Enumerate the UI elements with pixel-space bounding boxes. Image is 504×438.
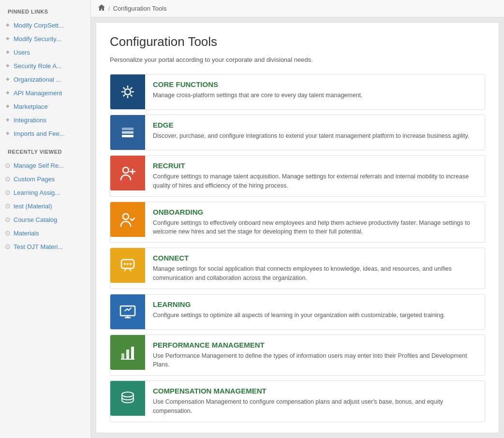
card-recruit[interactable]: RECRUIT Configure settings to manage tal…	[110, 155, 485, 197]
clock-icon: ⊙	[5, 229, 11, 237]
sidebar-pinned-item-organizational[interactable]: ✦Organizational ...	[0, 73, 90, 86]
card-body-performance-management: PERFORMANCE MANAGEMENT Use Performance M…	[145, 335, 485, 376]
sidebar-label: API Management	[14, 89, 62, 97]
card-learning[interactable]: LEARNING Configure settings to optimize …	[110, 294, 485, 330]
card-icon-layers	[118, 123, 137, 142]
card-icon-wrap-edge	[110, 115, 145, 150]
sidebar-recent-item-materials[interactable]: ⊙Materials	[0, 226, 90, 240]
page-title: Configuration Tools	[110, 34, 485, 49]
card-body-connect: CONNECT Manage settings for social appli…	[145, 248, 485, 289]
sidebar-label: Modify CorpSett...	[14, 22, 64, 29]
pin-icon: ✦	[5, 35, 11, 43]
sidebar-label: Security Role A...	[14, 62, 62, 70]
svg-rect-15	[121, 353, 124, 359]
card-icon-wrap-compensation-management	[110, 381, 145, 416]
svg-rect-3	[122, 135, 133, 137]
card-icon-wrap-performance-management	[110, 335, 145, 370]
sidebar-recent-item-custom-pages[interactable]: ⊙Custom Pages	[0, 172, 90, 186]
sidebar-pinned-item-security-role-a[interactable]: ✦Security Role A...	[0, 59, 90, 73]
sidebar-label: Marketplace	[14, 103, 48, 110]
sidebar-recent-item-test-ojt-materi[interactable]: ⊙Test OJT Materi...	[0, 240, 90, 253]
card-core-functions[interactable]: CORE FUNCTIONS Manage cross-platform set…	[110, 74, 485, 110]
card-desc-connect: Manage settings for social application t…	[153, 264, 477, 283]
sidebar-pinned-item-imports-and-fee[interactable]: ✦Imports and Fee...	[0, 127, 90, 140]
sidebar-recent-item-course-catalog[interactable]: ⊙Course Catalog	[0, 213, 90, 226]
card-title-recruit: RECRUIT	[153, 161, 477, 170]
card-desc-compensation-management: Use Compensation Management to configure…	[153, 397, 477, 416]
pin-icon: ✦	[5, 62, 11, 70]
sidebar-pinned-item-users[interactable]: ✦Users	[0, 45, 90, 59]
card-desc-recruit: Configure settings to manage talent acqu…	[153, 172, 477, 190]
card-icon-person-plus	[118, 163, 137, 183]
clock-icon: ⊙	[5, 161, 11, 169]
card-desc-edge: Discover, purchase, and configure integr…	[153, 131, 477, 141]
card-title-compensation-management: COMPENSATION MANAGEMENT	[153, 387, 477, 395]
pin-icon: ✦	[5, 48, 11, 56]
card-connect[interactable]: CONNECT Manage settings for social appli…	[110, 248, 485, 289]
card-icon-wrap-core-functions	[110, 74, 145, 109]
sidebar-label: test (Material)	[14, 203, 52, 210]
card-desc-performance-management: Use Performance Management to define the…	[153, 351, 477, 370]
card-title-connect: CONNECT	[153, 254, 477, 262]
svg-rect-16	[126, 350, 129, 359]
svg-point-0	[125, 89, 131, 95]
card-title-onboarding: ONBOARDING	[153, 208, 477, 216]
breadcrumb-current: Configuration Tools	[113, 5, 167, 12]
sidebar-label: Manage Self Re...	[14, 162, 64, 169]
sidebar-pinned-item-marketplace[interactable]: ✦Marketplace	[0, 100, 90, 113]
breadcrumb: / Configuration Tools	[91, 0, 504, 17]
pinned-links-header: PINNED LINKS	[0, 0, 90, 18]
pin-icon: ✦	[5, 75, 11, 83]
card-icon-wrap-recruit	[110, 156, 145, 190]
card-body-onboarding: ONBOARDING Configure settings to effecti…	[145, 202, 485, 243]
sidebar-label: Organizational ...	[14, 76, 61, 83]
svg-rect-2	[122, 131, 133, 134]
clock-icon: ⊙	[5, 175, 11, 183]
sidebar-label: Users	[14, 49, 30, 56]
card-icon-gear	[118, 82, 137, 102]
sidebar-pinned-item-modify-corpsett[interactable]: ✦Modify CorpSett...	[0, 18, 90, 32]
card-icon-coins	[118, 389, 137, 408]
main-area: / Configuration Tools Configuration Tool…	[91, 0, 504, 438]
card-title-edge: EDGE	[153, 121, 477, 129]
card-icon-wrap-learning	[110, 294, 145, 329]
sidebar-label: Integrations	[14, 117, 46, 124]
svg-point-4	[123, 167, 129, 173]
breadcrumb-separator: /	[108, 5, 110, 12]
clock-icon: ⊙	[5, 243, 11, 250]
card-title-performance-management: PERFORMANCE MANAGEMENT	[153, 341, 477, 349]
sidebar-pinned-item-modify-security[interactable]: ✦Modify Security...	[0, 32, 90, 45]
clock-icon: ⊙	[5, 216, 11, 223]
sidebar-label: Modify Security...	[14, 35, 61, 43]
card-icon-chart	[118, 343, 137, 362]
card-icon-wrap-onboarding	[110, 202, 145, 237]
card-edge[interactable]: EDGE Discover, purchase, and configure i…	[110, 115, 485, 150]
clock-icon: ⊙	[5, 189, 11, 196]
sidebar-label: Imports and Fee...	[14, 130, 65, 137]
card-body-recruit: RECRUIT Configure settings to manage tal…	[145, 156, 485, 196]
sidebar-label: Materials	[14, 230, 39, 237]
card-icon-chat	[118, 256, 137, 275]
svg-rect-12	[120, 306, 135, 316]
sidebar-recent-item-manage-self-re[interactable]: ⊙Manage Self Re...	[0, 159, 90, 172]
card-performance-management[interactable]: PERFORMANCE MANAGEMENT Use Performance M…	[110, 335, 485, 376]
home-icon[interactable]	[98, 4, 105, 13]
card-icon-person-check	[118, 210, 137, 229]
page-description: Personalize your portal according to you…	[110, 56, 485, 63]
card-desc-core-functions: Manage cross-platform settings that are …	[153, 91, 477, 100]
card-desc-learning: Configure settings to optimize all aspec…	[153, 311, 477, 320]
card-onboarding[interactable]: ONBOARDING Configure settings to effecti…	[110, 202, 485, 243]
card-compensation-management[interactable]: COMPENSATION MANAGEMENT Use Compensation…	[110, 380, 485, 422]
sidebar-label: Learning Assig...	[14, 189, 60, 196]
card-body-compensation-management: COMPENSATION MANAGEMENT Use Compensation…	[145, 381, 485, 422]
svg-rect-17	[131, 347, 134, 359]
svg-point-10	[127, 263, 129, 265]
sidebar-pinned-item-integrations[interactable]: ✦Integrations	[0, 113, 90, 127]
sidebar: PINNED LINKS ✦Modify CorpSett...✦Modify …	[0, 0, 91, 438]
sidebar-recent-item-test-material[interactable]: ⊙test (Material)	[0, 199, 90, 213]
pin-icon: ✦	[5, 116, 11, 124]
sidebar-recent-item-learning-assig[interactable]: ⊙Learning Assig...	[0, 186, 90, 199]
sidebar-pinned-item-api-management[interactable]: ✦API Management	[0, 86, 90, 100]
card-body-edge: EDGE Discover, purchase, and configure i…	[145, 115, 485, 146]
clock-icon: ⊙	[5, 202, 11, 210]
